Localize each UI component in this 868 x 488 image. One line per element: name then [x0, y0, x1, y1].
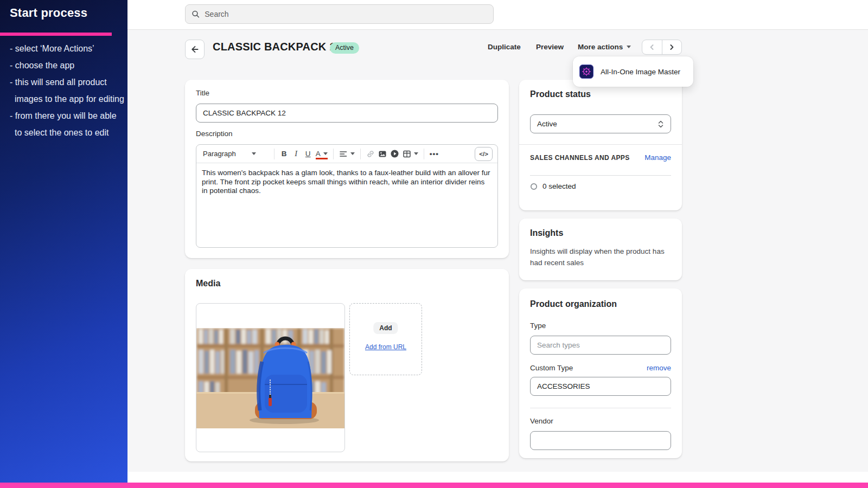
empty-circle-icon [530, 183, 538, 190]
preview-button[interactable]: Preview [536, 43, 564, 51]
vendor-input[interactable] [530, 431, 671, 450]
next-product-button[interactable] [662, 40, 682, 54]
media-heading: Media [196, 279, 220, 288]
image-icon [378, 150, 387, 158]
media-drop-zone[interactable]: Add Add from URL [349, 303, 422, 375]
tutorial-step-continuation: images to the app for editing [10, 94, 125, 104]
up-down-chevrons-icon [658, 120, 664, 129]
more-actions-label: More actions [578, 43, 623, 51]
bottom-accent-bar [0, 483, 868, 488]
description-label: Description [196, 130, 233, 138]
type-input[interactable] [530, 336, 671, 355]
divider [530, 408, 671, 408]
remove-custom-type-link[interactable]: remove [647, 364, 671, 372]
editor-toolbar: Paragraph B I U A [196, 145, 497, 163]
channels-selected-text: 0 selected [542, 182, 576, 190]
more-actions-button[interactable]: More actions [578, 43, 631, 51]
sales-channels-heading: SALES CHANNELS AND APPS [530, 154, 630, 162]
product-organization-card: Product organization Type Custom Type re… [519, 288, 682, 458]
prev-product-button[interactable] [642, 40, 662, 54]
link-icon [366, 150, 375, 158]
insert-image-button[interactable] [376, 147, 388, 161]
menu-item-all-in-one-image-master[interactable]: All-In-One Image Master [601, 68, 680, 76]
app-gear-icon [579, 65, 593, 79]
arrow-left-icon [190, 44, 200, 54]
insert-video-button[interactable] [388, 147, 401, 161]
product-media-item[interactable] [196, 303, 345, 452]
custom-type-label: Custom Type [530, 364, 573, 372]
text-color-button[interactable]: A [314, 147, 329, 161]
chevron-right-icon [668, 43, 675, 51]
table-icon [403, 150, 411, 158]
chevron-left-icon [648, 43, 656, 51]
insert-table-button[interactable] [401, 147, 420, 161]
alignment-button[interactable] [337, 147, 356, 161]
status-select[interactable]: Active [530, 114, 671, 133]
custom-type-input[interactable] [530, 377, 671, 396]
channels-selected-row: 0 selected [530, 182, 576, 190]
divider [530, 175, 671, 176]
search-input[interactable] [205, 10, 487, 18]
caret-down-icon [323, 152, 328, 155]
italic-button[interactable]: I [290, 147, 302, 161]
top-bar [0, 0, 868, 30]
tutorial-title: Start process [10, 6, 87, 20]
tutorial-step: - select ‘More Actions’ [10, 43, 125, 54]
tutorial-step: - from there you will be able [10, 111, 125, 121]
insights-heading: Insights [530, 228, 563, 238]
description-text[interactable]: This women's backpack has a glam look, t… [196, 163, 497, 201]
add-from-url-link[interactable]: Add from URL [365, 343, 406, 351]
media-card: Media [185, 269, 509, 461]
app-window: CLASSIC BACKPACK 12 Active Duplicate Pre… [0, 0, 868, 488]
divider [519, 144, 682, 145]
product-pager [642, 40, 682, 55]
caret-down-icon [414, 152, 418, 155]
tutorial-step: - choose the app [10, 60, 125, 70]
color-swatch-bar [316, 158, 328, 159]
insights-body: Insights will display when the product h… [530, 246, 667, 268]
add-media-button[interactable]: Add [373, 322, 398, 334]
product-image-backpack [196, 328, 344, 428]
vendor-label: Vendor [530, 417, 553, 425]
insights-card: Insights Insights will display when the … [519, 219, 682, 280]
tutorial-step-continuation: to select the ones to edit [10, 127, 125, 138]
alignment-icon [339, 150, 348, 158]
page-title: CLASSIC BACKPACK 12 [213, 41, 342, 53]
status-badge: Active [330, 42, 359, 54]
product-status-heading: Product status [530, 89, 591, 99]
pink-divider [0, 33, 112, 36]
duplicate-button[interactable]: Duplicate [488, 43, 521, 51]
tutorial-step: - this will send all product [10, 77, 125, 87]
paragraph-style-dropdown[interactable]: Paragraph [201, 147, 270, 161]
bottom-white-strip [0, 472, 868, 483]
title-label: Title [196, 89, 209, 97]
type-label: Type [530, 322, 546, 330]
back-button[interactable] [185, 40, 205, 59]
tutorial-steps: - select ‘More Actions’ - choose the app… [10, 43, 125, 144]
caret-down-icon [350, 152, 355, 155]
caret-down-icon [627, 46, 631, 48]
search-box[interactable] [185, 4, 494, 24]
more-actions-menu: All-In-One Image Master [573, 56, 693, 87]
product-status-card: Product status Active SALES CHANNELS AND… [519, 80, 682, 210]
tutorial-sidebar: Start process - select ‘More Actions’ - … [0, 0, 127, 483]
insert-link-button[interactable] [365, 147, 376, 161]
video-play-icon [390, 149, 399, 158]
more-formatting-button[interactable]: ••• [428, 147, 441, 161]
title-description-card: Title Description Paragraph B I U A [185, 80, 509, 258]
bold-button[interactable]: B [278, 147, 290, 161]
show-html-button[interactable]: </> [475, 147, 493, 161]
title-input[interactable] [196, 104, 498, 123]
status-select-value: Active [537, 120, 557, 128]
underline-button[interactable]: U [302, 147, 314, 161]
manage-channels-link[interactable]: Manage [644, 153, 671, 162]
search-icon [192, 10, 200, 18]
description-editor: Paragraph B I U A [196, 144, 498, 248]
caret-down-icon [252, 152, 256, 155]
product-organization-heading: Product organization [530, 299, 617, 309]
